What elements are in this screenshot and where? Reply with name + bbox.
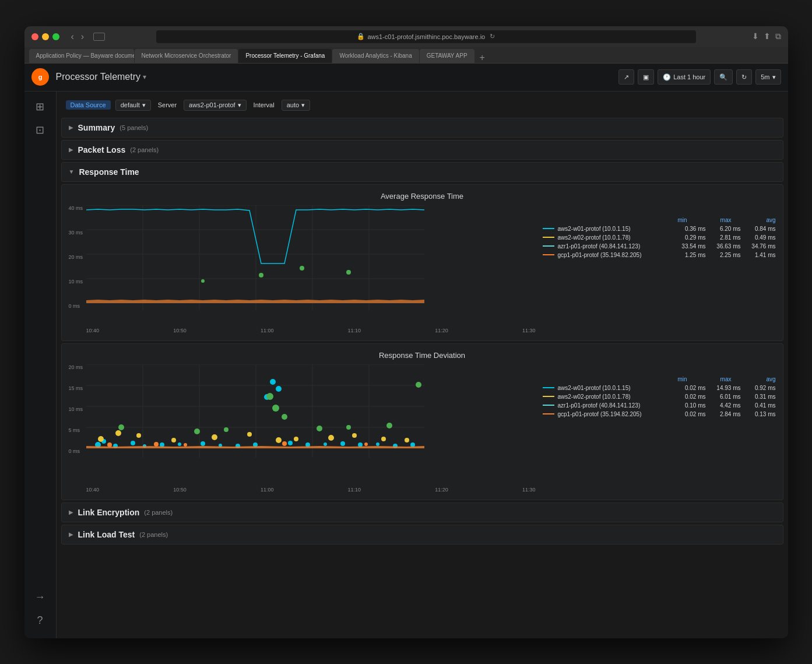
download-icon[interactable]: ⬇	[752, 31, 759, 41]
dev-chart-legend: min max avg aws2-w01-protof (10.0.1.15) …	[543, 364, 776, 493]
new-tab-icon[interactable]: ⧉	[775, 31, 781, 41]
dev-legend-name-3: azr1-p01-protof (40.84.141.123)	[558, 402, 671, 409]
avg-chart-title: Average Response Time	[69, 192, 776, 201]
refresh-button[interactable]: ↻	[736, 69, 752, 85]
tv-mode-button[interactable]: ▣	[638, 69, 654, 85]
summary-sub: (5 panels)	[119, 124, 148, 131]
dev-response-time-chart: Response Time Deviation 20 ms 15 ms 10 m…	[61, 343, 783, 500]
dev-y-label-10: 10 ms	[69, 406, 83, 412]
legend-avg-1: 0.84 ms	[741, 226, 776, 232]
dev-x-label-1110: 11:10	[348, 487, 361, 493]
dev-legend-min-3: 0.10 ms	[671, 402, 706, 409]
dev-legend-max-1: 14.93 ms	[706, 385, 741, 391]
legend-item-3[interactable]: azr1-p01-protof (40.84.141.123) 33.54 ms…	[543, 243, 776, 250]
legend-item-4[interactable]: gcp1-p01-protof (35.194.82.205) 1.25 ms …	[543, 252, 776, 258]
url-bar[interactable]: 🔒 aws1-c01-protof.jsmithinc.poc.bayware.…	[156, 30, 695, 43]
close-button[interactable]	[31, 33, 38, 40]
data-source-select[interactable]: default ▾	[115, 100, 151, 111]
summary-title: Summary	[78, 123, 115, 132]
dev-legend-header: min max avg	[543, 376, 776, 382]
svg-point-52	[171, 438, 176, 442]
dashboard-title-chevron[interactable]: ▾	[143, 73, 146, 81]
clock-icon: 🕐	[663, 73, 671, 81]
reload-icon[interactable]: ↻	[490, 33, 495, 40]
dev-y-label-0: 0 ms	[69, 448, 80, 454]
y-label-10: 10 ms	[69, 279, 83, 284]
svg-point-34	[201, 441, 205, 446]
server-select[interactable]: aws2-p01-protof ▾	[184, 100, 247, 111]
dev-legend-min-1: 0.02 ms	[671, 385, 706, 391]
svg-point-54	[247, 432, 252, 437]
data-source-label: Data Source	[66, 100, 111, 110]
interval-value: auto	[287, 101, 299, 108]
legend-name-3: azr1-p01-protof (40.84.141.123)	[558, 243, 671, 250]
dev-legend-item-2[interactable]: aws2-w02-protof (10.0.1.78) 0.02 ms 6.01…	[543, 394, 776, 400]
svg-point-53	[212, 434, 217, 440]
browser-tab-5[interactable]: GETAWAY APP	[420, 49, 474, 63]
browser-tab-1[interactable]: Application Policy — Bayware documen...	[29, 49, 134, 63]
svg-point-43	[324, 442, 327, 446]
svg-point-40	[276, 386, 282, 392]
back-button[interactable]: ‹	[69, 30, 76, 43]
interval-label: 5m	[761, 73, 769, 80]
y-label-30: 30 ms	[69, 230, 83, 236]
interval-button[interactable]: 5m ▾	[755, 69, 781, 85]
maximize-button[interactable]	[52, 33, 59, 40]
sidebar-item-help[interactable]: ?	[30, 610, 51, 631]
browser-tabs: Application Policy — Bayware documen... …	[24, 47, 788, 64]
link-load-test-chevron: ▶	[69, 531, 73, 537]
time-range-button[interactable]: 🕐 Last 1 hour	[658, 69, 711, 85]
interval-label: Interval	[251, 101, 277, 108]
svg-marker-71	[86, 446, 424, 448]
browser-tab-2[interactable]: Network Microservice Orchestrator	[135, 49, 238, 63]
svg-point-62	[272, 405, 279, 412]
sidebar-item-logout[interactable]: →	[30, 587, 51, 608]
dev-legend-avg-3: 0.41 ms	[741, 402, 776, 409]
svg-point-59	[381, 437, 386, 441]
packet-loss-section[interactable]: ▶ Packet Loss (2 panels)	[61, 140, 783, 160]
svg-point-39	[270, 379, 276, 385]
app-layout: ⊞ ⊡ → ? Data Source default ▾ Server aws…	[24, 92, 788, 638]
svg-marker-12	[86, 300, 424, 303]
dev-chart-graph: 20 ms 15 ms 10 ms 5 ms 0 ms	[69, 364, 536, 493]
sidebar-item-apps[interactable]: ⊞	[30, 96, 51, 117]
legend-item-1[interactable]: aws2-w01-protof (10.0.1.15) 0.36 ms 6.20…	[543, 226, 776, 232]
share-icon[interactable]: ⬆	[764, 31, 771, 41]
dev-legend-col-min: min	[652, 376, 687, 382]
svg-point-13	[259, 273, 263, 277]
interval-select[interactable]: auto ▾	[282, 100, 310, 111]
forward-button[interactable]: ›	[79, 30, 86, 43]
svg-point-66	[224, 427, 229, 432]
response-time-section[interactable]: ▼ Response Time	[61, 162, 783, 182]
minimize-button[interactable]	[42, 33, 49, 40]
dev-legend-item-1[interactable]: aws2-w01-protof (10.0.1.15) 0.02 ms 14.9…	[543, 385, 776, 391]
new-tab-button[interactable]: +	[477, 52, 487, 63]
svg-point-70	[416, 382, 421, 388]
dev-x-label-1100: 11:00	[261, 487, 274, 493]
legend-col-avg: avg	[741, 217, 776, 223]
dev-legend-max-4: 2.84 ms	[706, 411, 741, 417]
browser-tab-3[interactable]: Processor Telemetry - Grafana	[238, 49, 332, 63]
sidebar-item-dashboard[interactable]: ⊡	[30, 120, 51, 140]
share-dashboard-button[interactable]: ↗	[618, 69, 634, 85]
avg-response-time-chart: Average Response Time 40 ms 30 ms 20 ms …	[61, 184, 783, 341]
dev-y-label-20: 20 ms	[69, 364, 83, 370]
link-load-test-section[interactable]: ▶ Link Load Test (2 panels)	[61, 525, 783, 544]
x-label-1120: 11:20	[435, 328, 448, 333]
search-button[interactable]: 🔍	[714, 69, 733, 85]
summary-section[interactable]: ▶ Summary (5 panels)	[61, 118, 783, 138]
browser-tab-4[interactable]: Workload Analytics - Kibana	[332, 49, 419, 63]
dashboard-title-text: Processor Telemetry	[56, 72, 141, 82]
time-range-label: Last 1 hour	[673, 73, 705, 80]
legend-avg-2: 0.49 ms	[741, 234, 776, 241]
svg-point-44	[340, 441, 345, 446]
legend-item-2[interactable]: aws2-w02-protof (10.0.1.78) 0.29 ms 2.81…	[543, 234, 776, 241]
dev-x-label-1040: 10:40	[86, 487, 100, 493]
legend-name-1: aws2-w01-protof (10.0.1.15)	[558, 226, 671, 232]
svg-point-57	[328, 435, 334, 441]
legend-min-4: 1.25 ms	[671, 252, 706, 258]
svg-point-65	[194, 428, 200, 434]
dev-legend-item-4[interactable]: gcp1-p01-protof (35.194.82.205) 0.02 ms …	[543, 411, 776, 417]
link-encryption-section[interactable]: ▶ Link Encryption (2 panels)	[61, 503, 783, 522]
dev-legend-item-3[interactable]: azr1-p01-protof (40.84.141.123) 0.10 ms …	[543, 402, 776, 409]
